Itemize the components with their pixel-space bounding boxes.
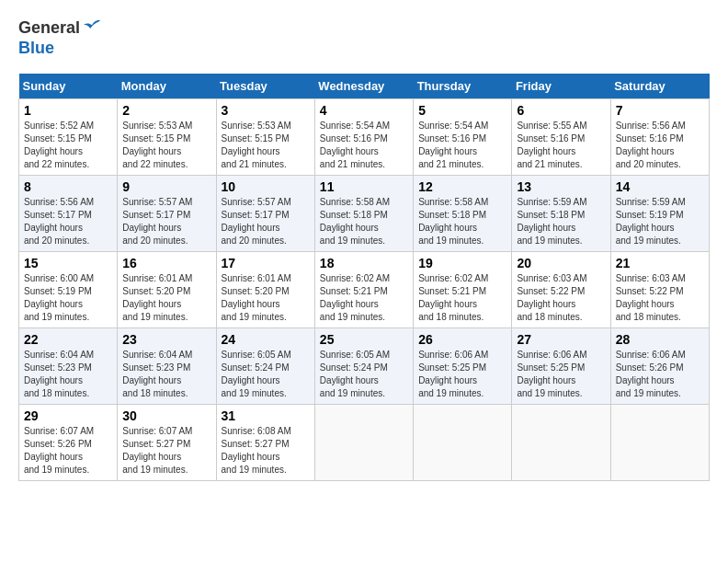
day-info: Sunrise: 6:03 AMSunset: 5:22 PMDaylight …	[616, 272, 704, 324]
day-number: 9	[122, 179, 210, 194]
weekday-header: Saturday	[610, 74, 709, 99]
day-number: 15	[24, 256, 112, 270]
calendar-cell: 9Sunrise: 5:57 AMSunset: 5:17 PMDaylight…	[118, 175, 216, 251]
day-number: 2	[122, 103, 210, 118]
calendar-cell	[314, 404, 413, 480]
calendar-cell: 28Sunrise: 6:06 AMSunset: 5:26 PMDayligh…	[610, 327, 709, 404]
day-number: 3	[222, 103, 310, 118]
day-number: 8	[24, 179, 112, 194]
day-number: 27	[517, 332, 605, 347]
calendar-week-row: 22Sunrise: 6:04 AMSunset: 5:23 PMDayligh…	[19, 327, 710, 404]
day-info: Sunrise: 6:02 AMSunset: 5:21 PMDaylight …	[320, 272, 408, 324]
calendar-cell: 7Sunrise: 5:56 AMSunset: 5:16 PMDaylight…	[610, 98, 709, 175]
day-info: Sunrise: 5:54 AMSunset: 5:16 PMDaylight …	[320, 120, 408, 171]
day-number: 6	[517, 103, 605, 118]
calendar-cell: 27Sunrise: 6:06 AMSunset: 5:25 PMDayligh…	[512, 327, 610, 404]
day-info: Sunrise: 6:00 AMSunset: 5:19 PMDaylight …	[24, 272, 112, 324]
calendar-cell: 31Sunrise: 6:08 AMSunset: 5:27 PMDayligh…	[216, 404, 314, 480]
day-number: 5	[418, 103, 506, 118]
calendar-cell: 16Sunrise: 6:01 AMSunset: 5:20 PMDayligh…	[118, 251, 216, 327]
day-info: Sunrise: 6:01 AMSunset: 5:20 PMDaylight …	[222, 272, 310, 324]
calendar-cell: 25Sunrise: 6:05 AMSunset: 5:24 PMDayligh…	[314, 327, 413, 404]
weekday-header: Wednesday	[314, 74, 413, 99]
day-info: Sunrise: 5:54 AMSunset: 5:16 PMDaylight …	[418, 120, 506, 171]
day-info: Sunrise: 6:05 AMSunset: 5:24 PMDaylight …	[320, 349, 408, 400]
day-info: Sunrise: 5:52 AMSunset: 5:15 PMDaylight …	[24, 120, 112, 171]
day-info: Sunrise: 5:57 AMSunset: 5:17 PMDaylight …	[122, 196, 210, 247]
day-number: 29	[24, 408, 112, 423]
day-number: 19	[418, 256, 506, 270]
day-number: 1	[24, 103, 112, 118]
day-number: 17	[222, 256, 310, 270]
calendar-cell: 26Sunrise: 6:06 AMSunset: 5:25 PMDayligh…	[414, 327, 512, 404]
day-number: 25	[320, 332, 408, 347]
day-info: Sunrise: 6:08 AMSunset: 5:27 PMDaylight …	[222, 425, 310, 477]
day-number: 12	[418, 179, 506, 194]
calendar-cell: 29Sunrise: 6:07 AMSunset: 5:26 PMDayligh…	[19, 404, 118, 480]
weekday-header-row: SundayMondayTuesdayWednesdayThursdayFrid…	[19, 74, 710, 99]
day-info: Sunrise: 6:06 AMSunset: 5:25 PMDaylight …	[418, 349, 506, 400]
day-number: 30	[122, 408, 210, 423]
calendar-cell: 8Sunrise: 5:56 AMSunset: 5:17 PMDaylight…	[19, 175, 118, 251]
day-info: Sunrise: 6:04 AMSunset: 5:23 PMDaylight …	[122, 349, 210, 400]
day-info: Sunrise: 5:57 AMSunset: 5:17 PMDaylight …	[222, 196, 310, 247]
calendar-cell: 2Sunrise: 5:53 AMSunset: 5:15 PMDaylight…	[118, 98, 216, 175]
day-info: Sunrise: 5:58 AMSunset: 5:18 PMDaylight …	[418, 196, 506, 247]
day-number: 23	[122, 332, 210, 347]
day-number: 14	[616, 179, 704, 194]
weekday-header: Tuesday	[216, 74, 314, 99]
day-number: 21	[616, 256, 704, 270]
day-number: 10	[222, 179, 310, 194]
day-info: Sunrise: 6:04 AMSunset: 5:23 PMDaylight …	[24, 349, 112, 400]
day-info: Sunrise: 5:56 AMSunset: 5:16 PMDaylight …	[616, 120, 704, 171]
weekday-header: Friday	[512, 74, 610, 99]
day-info: Sunrise: 6:02 AMSunset: 5:21 PMDaylight …	[418, 272, 506, 324]
day-info: Sunrise: 5:59 AMSunset: 5:19 PMDaylight …	[616, 196, 704, 247]
logo-text-general: General	[18, 18, 102, 39]
day-number: 18	[320, 256, 408, 270]
day-info: Sunrise: 6:05 AMSunset: 5:24 PMDaylight …	[222, 349, 310, 400]
calendar-cell: 15Sunrise: 6:00 AMSunset: 5:19 PMDayligh…	[19, 251, 118, 327]
day-number: 11	[320, 179, 408, 194]
calendar-cell: 13Sunrise: 5:59 AMSunset: 5:18 PMDayligh…	[512, 175, 610, 251]
logo-text-blue: Blue	[18, 39, 102, 59]
day-number: 4	[320, 103, 408, 118]
day-number: 24	[222, 332, 310, 347]
day-number: 7	[616, 103, 704, 118]
day-info: Sunrise: 5:53 AMSunset: 5:15 PMDaylight …	[122, 120, 210, 171]
weekday-header: Sunday	[19, 74, 118, 99]
calendar-cell: 11Sunrise: 5:58 AMSunset: 5:18 PMDayligh…	[314, 175, 413, 251]
calendar-week-row: 8Sunrise: 5:56 AMSunset: 5:17 PMDaylight…	[19, 175, 710, 251]
calendar-cell: 21Sunrise: 6:03 AMSunset: 5:22 PMDayligh…	[610, 251, 709, 327]
calendar-cell: 14Sunrise: 5:59 AMSunset: 5:19 PMDayligh…	[610, 175, 709, 251]
calendar-cell: 17Sunrise: 6:01 AMSunset: 5:20 PMDayligh…	[216, 251, 314, 327]
calendar-cell: 30Sunrise: 6:07 AMSunset: 5:27 PMDayligh…	[118, 404, 216, 480]
day-number: 16	[122, 256, 210, 270]
calendar-cell: 6Sunrise: 5:55 AMSunset: 5:16 PMDaylight…	[512, 98, 610, 175]
day-number: 22	[24, 332, 112, 347]
weekday-header: Monday	[118, 74, 216, 99]
day-info: Sunrise: 5:55 AMSunset: 5:16 PMDaylight …	[517, 120, 605, 171]
calendar-cell: 24Sunrise: 6:05 AMSunset: 5:24 PMDayligh…	[216, 327, 314, 404]
calendar-week-row: 29Sunrise: 6:07 AMSunset: 5:26 PMDayligh…	[19, 404, 710, 480]
day-info: Sunrise: 6:03 AMSunset: 5:22 PMDaylight …	[517, 272, 605, 324]
day-info: Sunrise: 5:56 AMSunset: 5:17 PMDaylight …	[24, 196, 112, 247]
calendar-cell: 19Sunrise: 6:02 AMSunset: 5:21 PMDayligh…	[414, 251, 512, 327]
page-header: General Blue	[18, 18, 710, 59]
day-number: 31	[222, 408, 310, 423]
calendar-cell	[512, 404, 610, 480]
calendar-cell: 20Sunrise: 6:03 AMSunset: 5:22 PMDayligh…	[512, 251, 610, 327]
day-info: Sunrise: 5:59 AMSunset: 5:18 PMDaylight …	[517, 196, 605, 247]
calendar-cell: 18Sunrise: 6:02 AMSunset: 5:21 PMDayligh…	[314, 251, 413, 327]
calendar-week-row: 15Sunrise: 6:00 AMSunset: 5:19 PMDayligh…	[19, 251, 710, 327]
day-number: 28	[616, 332, 704, 347]
calendar-week-row: 1Sunrise: 5:52 AMSunset: 5:15 PMDaylight…	[19, 98, 710, 175]
day-number: 20	[517, 256, 605, 270]
day-info: Sunrise: 5:58 AMSunset: 5:18 PMDaylight …	[320, 196, 408, 247]
day-info: Sunrise: 6:06 AMSunset: 5:26 PMDaylight …	[616, 349, 704, 400]
calendar-cell: 23Sunrise: 6:04 AMSunset: 5:23 PMDayligh…	[118, 327, 216, 404]
day-number: 13	[517, 179, 605, 194]
calendar-cell	[414, 404, 512, 480]
calendar-cell: 12Sunrise: 5:58 AMSunset: 5:18 PMDayligh…	[414, 175, 512, 251]
calendar-cell	[610, 404, 709, 480]
